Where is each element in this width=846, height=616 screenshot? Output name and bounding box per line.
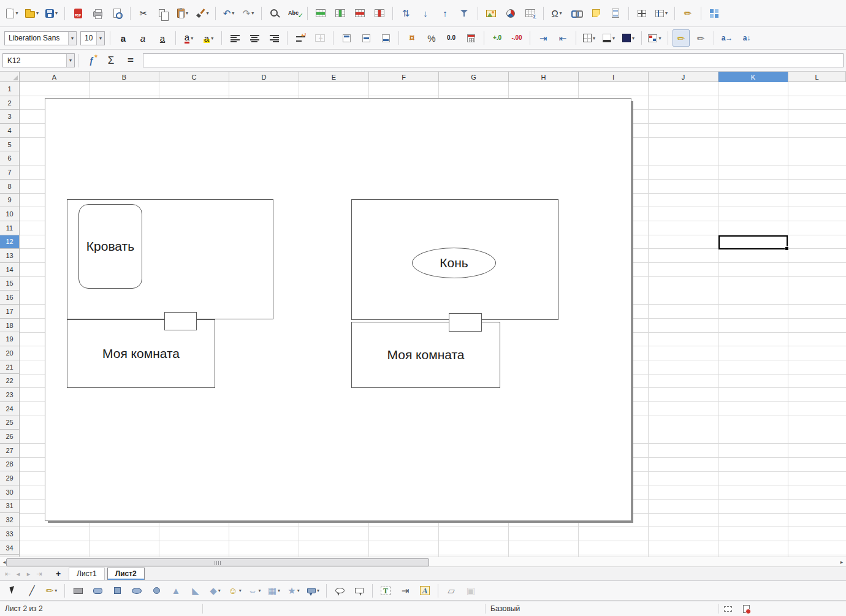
new-document-dropdown[interactable]: ▾: [15, 10, 18, 16]
headers-and-footers-button[interactable]: [607, 5, 624, 22]
freeze-rows-and-columns-button[interactable]: ▾: [653, 5, 670, 22]
undo-button[interactable]: ↶▾: [220, 5, 237, 22]
row-header-25[interactable]: 25: [0, 416, 19, 430]
column-header-D[interactable]: D: [229, 72, 299, 82]
row-header-30[interactable]: 30: [0, 485, 19, 500]
formatting-pen-button[interactable]: ✏: [692, 29, 709, 47]
delete-row-button[interactable]: [351, 5, 368, 22]
column-header-E[interactable]: E: [299, 72, 369, 82]
sheet-tab-Лист1[interactable]: Лист1: [69, 568, 105, 580]
name-box-dropdown[interactable]: ▾: [66, 54, 74, 67]
column-header-C[interactable]: C: [159, 72, 229, 82]
select-all-corner[interactable]: [0, 72, 20, 82]
font-name-combobox[interactable]: Liberation Sans▾: [4, 31, 77, 45]
merge-cells-button[interactable]: [311, 29, 329, 47]
highlighting-color-dropdown[interactable]: ▾: [211, 36, 213, 41]
font-size-combobox[interactable]: 10▾: [80, 31, 105, 45]
open-dropdown[interactable]: ▾: [36, 10, 39, 16]
row-header-14[interactable]: 14: [0, 263, 19, 277]
cell-cursor-K12[interactable]: [718, 235, 788, 249]
split-window-button[interactable]: [633, 5, 650, 22]
function-wizard-button[interactable]: ƒ: [83, 53, 100, 69]
redo-button[interactable]: ↷▾: [240, 5, 257, 22]
flowchart-dropdown[interactable]: ▾: [278, 588, 280, 593]
flowchart-button[interactable]: ▦▾: [265, 582, 283, 599]
center-vertically-button[interactable]: [357, 29, 375, 47]
row-header-23[interactable]: 23: [0, 388, 19, 402]
freeform-line-dropdown[interactable]: ▾: [55, 588, 57, 593]
italic-button[interactable]: а: [134, 29, 151, 47]
show-draw-functions-button[interactable]: ✏: [679, 5, 696, 22]
sidebar-button[interactable]: [706, 5, 723, 22]
horizontal-scrollbar[interactable]: ◂ ▸: [0, 557, 846, 567]
select-button[interactable]: [4, 582, 21, 599]
format-as-number-button[interactable]: 0.0: [443, 29, 460, 47]
copy-button[interactable]: [154, 5, 172, 22]
toggle-extrusion-button[interactable]: ▣: [462, 582, 479, 599]
row-header-4[interactable]: 4: [0, 124, 19, 138]
formula-input[interactable]: [143, 53, 844, 67]
print-preview-button[interactable]: [109, 5, 126, 22]
previous-sheet-button[interactable]: ◂: [13, 569, 23, 579]
format-as-currency-button[interactable]: ¤: [403, 29, 421, 47]
format-as-date-button[interactable]: [462, 29, 479, 47]
align-left-button[interactable]: [226, 29, 243, 47]
document-modified-icon[interactable]: [743, 605, 750, 613]
sheet-tab-Лист2[interactable]: Лист2: [107, 568, 145, 580]
scroll-right-arrow[interactable]: ▸: [837, 558, 846, 566]
align-right-button[interactable]: [265, 29, 283, 47]
row-header-18[interactable]: 18: [0, 319, 19, 333]
row-header-15[interactable]: 15: [0, 277, 19, 291]
sort-button[interactable]: ⇅: [397, 5, 414, 22]
row-header-29[interactable]: 29: [0, 471, 19, 485]
border-style-button[interactable]: ▾: [600, 29, 617, 47]
wrap-text-button[interactable]: [292, 29, 309, 47]
add-sheet-button[interactable]: +: [53, 569, 64, 579]
insert-hyperlink-button[interactable]: [568, 5, 585, 22]
row-header-17[interactable]: 17: [0, 305, 19, 319]
spelling-button[interactable]: Abc: [286, 5, 303, 22]
symbol-shapes-button[interactable]: ☺▾: [226, 582, 243, 599]
save-dropdown[interactable]: ▾: [55, 10, 58, 16]
row-header-10[interactable]: 10: [0, 207, 19, 221]
export-pdf-button[interactable]: [69, 5, 86, 22]
rounded-rectangle-button[interactable]: [89, 582, 106, 599]
autofilter-button[interactable]: [456, 5, 473, 22]
row-header-11[interactable]: 11: [0, 221, 19, 235]
row-header-33[interactable]: 33: [0, 527, 19, 541]
shape-connector-right[interactable]: [449, 313, 482, 332]
row-header-20[interactable]: 20: [0, 346, 19, 360]
highlighting-color-button[interactable]: а▾: [200, 29, 217, 47]
row-header-26[interactable]: 26: [0, 430, 19, 444]
isosceles-triangle-button[interactable]: ▲: [167, 582, 185, 599]
conditional-formatting-button[interactable]: ▾: [646, 29, 663, 47]
highlighter-pen-button[interactable]: ✏: [673, 29, 690, 47]
sum-button[interactable]: Σ: [102, 53, 120, 69]
column-header-L[interactable]: L: [788, 72, 846, 82]
decrease-indent-button[interactable]: ⇤: [554, 29, 571, 47]
row-header-6[interactable]: 6: [0, 151, 19, 165]
underline-button[interactable]: а: [154, 29, 171, 47]
row-header-3[interactable]: 3: [0, 110, 19, 124]
next-sheet-button[interactable]: ▸: [24, 569, 33, 579]
clone-formatting-button[interactable]: ▾: [194, 5, 211, 22]
basic-shapes-button[interactable]: ◆▾: [207, 582, 224, 599]
equals-button[interactable]: =: [122, 53, 139, 69]
page-style-status[interactable]: Базовый: [486, 601, 718, 616]
format-as-percent-button[interactable]: %: [423, 29, 440, 47]
block-arrows-button[interactable]: ⇔▾: [246, 582, 263, 599]
last-sheet-button[interactable]: ⇥: [34, 569, 44, 579]
freeform-line-button[interactable]: ✏▾: [43, 582, 60, 599]
circle-button[interactable]: [148, 582, 165, 599]
callout-shapes-button[interactable]: ▾: [305, 582, 322, 599]
basic-shapes-dropdown[interactable]: ▾: [218, 588, 221, 593]
font-color-dropdown[interactable]: ▾: [191, 36, 193, 41]
row-header-31[interactable]: 31: [0, 500, 19, 514]
font-name-dropdown[interactable]: ▾: [68, 32, 76, 45]
stars-and-banners-button[interactable]: ★▾: [285, 582, 302, 599]
delete-column-button[interactable]: [371, 5, 388, 22]
insert-special-character-dropdown[interactable]: ▾: [560, 10, 562, 16]
square-button[interactable]: [109, 582, 126, 599]
row-header-2[interactable]: 2: [0, 96, 19, 110]
row-header-1[interactable]: 1: [0, 82, 19, 96]
